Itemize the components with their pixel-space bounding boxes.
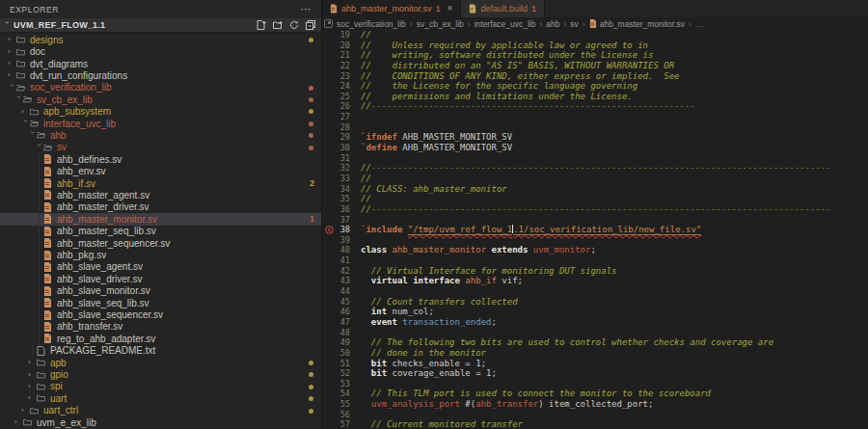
code-line-45[interactable]: 45 // Count transfers collected (322, 297, 868, 308)
code-line-21[interactable]: 21// writing, software distributed under… (322, 50, 868, 61)
tree-file-ahb_master_monitor.sv[interactable]: ahb_master_monitor.sv1 (0, 213, 321, 225)
tree-folder-spi[interactable]: ›spi (0, 381, 321, 392)
tree-folder-doc[interactable]: ›doc (0, 45, 321, 57)
tree-folder-apb[interactable]: ›apb (0, 357, 321, 368)
tree-folder-interface_uvc_lib[interactable]: ›interface_uvc_lib (0, 118, 321, 129)
tree-folder-sv[interactable]: ›sv (0, 142, 321, 153)
tree-folder-uart_ctrl[interactable]: ›uart_ctrl (0, 405, 321, 416)
code-line-39[interactable]: 39 (322, 235, 868, 246)
code-line-22[interactable]: 22// distributed on an "AS IS" BASIS, WI… (322, 61, 868, 71)
code-line-46[interactable]: 46 int num_col; (322, 307, 868, 317)
code-line-32[interactable]: 32//------------------------------------… (322, 163, 868, 174)
code-line-20[interactable]: 20// Unless required by applicable law o… (322, 40, 868, 51)
code-line-51[interactable]: 51 bit checks_enable = 1; (322, 359, 868, 369)
code-line-27[interactable]: 27 (322, 112, 868, 122)
workspace-header[interactable]: › UVM_REF_FLOW_1.1 (0, 18, 321, 33)
tab-default.build[interactable]: default.build1 (461, 0, 545, 17)
code-line-54[interactable]: 54 // This TLM port is used to connect t… (322, 389, 868, 399)
breadcrumb-item[interactable]: sv (570, 19, 579, 29)
code-line-36[interactable]: 36//------------------------------------… (322, 204, 868, 215)
tree-folder-ahb[interactable]: ›ahb (0, 129, 321, 141)
code-line-26[interactable]: 26//------------------------------------… (322, 101, 868, 112)
editor-lens-icon[interactable] (324, 19, 333, 28)
code-line-30[interactable]: 30`define AHB_MASTER_MONITOR_SV (322, 143, 868, 153)
file-icon (589, 19, 597, 28)
tree-folder-designs[interactable]: ›designs (0, 34, 321, 45)
code-line-52[interactable]: 52 bit coverage_enable = 1; (322, 368, 868, 379)
code-line-42[interactable]: 42 // Virtual Interface for monitoring D… (322, 266, 868, 277)
tree-file-PACKAGE_README.txt[interactable]: PACKAGE_README.txt (0, 345, 321, 357)
file-tree: ›designs›doc›dvt_diagrams›dvt_run_config… (0, 33, 321, 429)
line-number: 49 (322, 337, 361, 348)
breadcrumb-item[interactable]: ahb (546, 19, 559, 29)
code-line-31[interactable]: 31 (322, 153, 868, 164)
tree-file-ahb_slave_seq_lib.sv[interactable]: ahb_slave_seq_lib.sv (0, 297, 321, 308)
close-icon[interactable]: × (448, 4, 453, 13)
tree-file-ahb_env.sv[interactable]: ahb_env.sv (0, 165, 321, 176)
code-line-33[interactable]: 33// (322, 174, 868, 184)
code-line-57[interactable]: 57 // Current monitored transfer (322, 419, 868, 429)
breadcrumb-item[interactable]: sv_cb_ex_lib (417, 19, 464, 29)
new-folder-icon[interactable] (273, 20, 283, 30)
breadcrumb-item[interactable]: soc_verification_lib (337, 19, 406, 29)
breadcrumb-file[interactable]: ahb_master_monitor.sv (589, 19, 685, 29)
tree-folder-soc_verification_lib[interactable]: ›soc_verification_lib (0, 82, 321, 94)
explorer-more-icon[interactable]: ⋯ (300, 3, 312, 15)
code-line-35[interactable]: 35// (322, 194, 868, 204)
tree-file-ahb_pkg.sv[interactable]: ahb_pkg.sv (0, 249, 321, 260)
code-line-50[interactable]: 50 // done in the monitor (322, 348, 868, 359)
file-icon (43, 286, 54, 296)
tree-folder-gpio[interactable]: ›gpio (0, 368, 321, 380)
code-line-55[interactable]: 55 uvm_analysis_port #(ahb_transfer) ite… (322, 399, 868, 410)
tree-folder-dvt_run_configurations[interactable]: ›dvt_run_configurations (0, 69, 321, 81)
tree-file-ahb_defines.sv[interactable]: ahb_defines.sv (0, 153, 321, 165)
tree-file-ahb_slave_agent.sv[interactable]: ahb_slave_agent.sv (0, 261, 321, 273)
chevron-right-icon: › (28, 359, 37, 366)
tree-file-ahb_master_sequencer.sv[interactable]: ahb_master_sequencer.sv (0, 237, 321, 249)
tree-file-ahb_slave_sequencer.sv[interactable]: ahb_slave_sequencer.sv (0, 308, 321, 320)
code-line-44[interactable]: 44 (322, 286, 868, 297)
code-line-38[interactable]: 38`include "/tmp/uvm_ref_flow_1.1/soc_ve… (322, 225, 868, 235)
tree-item-label: ahb_master_agent.sv (57, 190, 149, 201)
tree-file-ahb_slave_monitor.sv[interactable]: ahb_slave_monitor.sv (0, 285, 321, 297)
code-line-47[interactable]: 47 event transaction_ended; (322, 317, 868, 328)
new-file-icon[interactable] (257, 20, 266, 30)
tree-file-ahb_slave_driver.sv[interactable]: ahb_slave_driver.sv (0, 273, 321, 284)
tree-file-reg_to_ahb_adapter.sv[interactable]: reg_to_ahb_adapter.sv (0, 333, 321, 344)
code-text: // writing, software distributed under t… (361, 50, 653, 61)
refresh-icon[interactable] (289, 20, 299, 30)
tree-folder-dvt_diagrams[interactable]: ›dvt_diagrams (0, 58, 321, 69)
code-line-49[interactable]: 49 // The following two bits are used to… (322, 337, 868, 348)
code-line-23[interactable]: 23// CONDITIONS OF ANY KIND, either expr… (322, 71, 868, 82)
code-line-34[interactable]: 34// CLASS: ahb_master_monitor (322, 184, 868, 195)
tree-folder-uvm_e_ex_lib[interactable]: ›uvm_e_ex_lib (0, 416, 321, 428)
code-editor[interactable]: 19//20// Unless required by applicable l… (322, 30, 868, 429)
tree-file-ahb_master_driver.sv[interactable]: ahb_master_driver.sv (0, 201, 321, 213)
code-line-48[interactable]: 48 (322, 328, 868, 338)
tree-item-label: dvt_diagrams (30, 59, 88, 69)
code-line-56[interactable]: 56 (322, 410, 868, 420)
tree-file-ahb_transfer.sv[interactable]: ahb_transfer.sv (0, 321, 321, 333)
file-icon (37, 346, 47, 356)
code-line-28[interactable]: 28 (322, 122, 868, 133)
tree-file-ahb_if.sv[interactable]: ahb_if.sv2 (0, 177, 321, 189)
code-line-25[interactable]: 25// permissions and limitations under t… (322, 92, 868, 102)
code-line-53[interactable]: 53 (322, 379, 868, 389)
tree-file-ahb_master_agent.sv[interactable]: ahb_master_agent.sv (0, 189, 321, 201)
collapse-all-icon[interactable] (306, 20, 315, 30)
code-line-19[interactable]: 19// (322, 30, 868, 40)
breadcrumb-item[interactable]: interface_uvc_lib (475, 19, 536, 29)
line-number: 39 (322, 235, 361, 246)
tree-file-ahb_master_seq_lib.sv[interactable]: ahb_master_seq_lib.sv (0, 226, 321, 237)
tree-folder-sv_cb_ex_lib[interactable]: ›sv_cb_ex_lib (0, 94, 321, 105)
code-line-29[interactable]: 29`ifndef AHB_MASTER_MONITOR_SV (322, 132, 868, 143)
code-line-37[interactable]: 37 (322, 215, 868, 226)
tree-folder-uart[interactable]: ›uart (0, 392, 321, 404)
code-line-41[interactable]: 41 (322, 255, 868, 266)
explorer-sidebar: EXPLORER ⋯ › UVM_REF_FLOW_1.1 ›designs›d… (0, 0, 322, 429)
code-line-40[interactable]: 40class ahb_master_monitor extends uvm_m… (322, 245, 868, 255)
code-line-43[interactable]: 43 virtual interface ahb_if vif; (322, 276, 868, 286)
tab-ahb_master_monitor.sv[interactable]: ahb_master_monitor.sv1× (322, 0, 461, 17)
tree-folder-apb_subsystem[interactable]: ›apb_subsystem (0, 105, 321, 117)
code-line-24[interactable]: 24// the License for the specific langua… (322, 81, 868, 92)
